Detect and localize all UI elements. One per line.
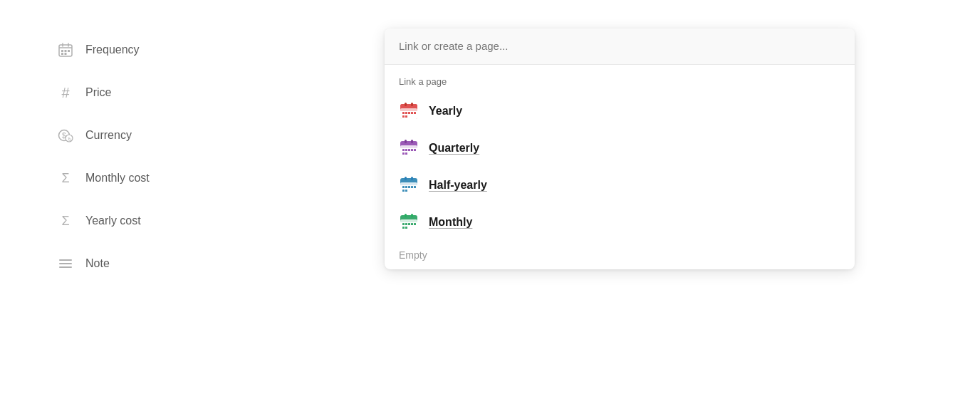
svg-rect-62: [405, 223, 407, 225]
price-label: Price: [85, 86, 111, 99]
svg-rect-34: [405, 149, 407, 151]
svg-rect-37: [414, 149, 416, 151]
svg-rect-41: [411, 140, 413, 143]
property-monthly-cost[interactable]: Σ Monthly cost: [57, 157, 363, 200]
svg-rect-18: [402, 112, 405, 114]
dropdown-item-yearly[interactable]: Yearly: [385, 93, 855, 130]
svg-rect-67: [405, 227, 407, 229]
svg-rect-47: [402, 186, 405, 188]
monthly-item-label: Monthly: [429, 216, 472, 229]
sigma-icon-monthly: Σ: [57, 170, 74, 187]
svg-rect-46: [400, 182, 417, 185]
property-list: Frequency # Price $ ↻ Currency Σ Monthly…: [0, 0, 363, 399]
monthly-cost-label: Monthly cost: [85, 172, 150, 185]
svg-rect-20: [408, 112, 410, 114]
note-label: Note: [85, 257, 110, 270]
quarterly-icon: [399, 138, 419, 158]
frequency-label: Frequency: [85, 43, 140, 56]
svg-rect-63: [408, 223, 410, 225]
calendar-icon: [57, 41, 74, 58]
lines-icon: [57, 255, 74, 272]
svg-rect-52: [402, 190, 405, 192]
svg-rect-55: [411, 177, 413, 180]
svg-rect-35: [408, 149, 410, 151]
hash-icon: #: [57, 84, 74, 101]
svg-rect-38: [402, 152, 405, 155]
property-note[interactable]: Note: [57, 242, 363, 285]
link-page-dropdown: Link a page Yearly: [385, 28, 855, 269]
svg-rect-66: [402, 227, 405, 229]
half-yearly-icon: [399, 175, 419, 195]
svg-rect-50: [411, 186, 413, 188]
svg-rect-49: [408, 186, 410, 188]
svg-rect-33: [402, 149, 405, 151]
search-area[interactable]: [385, 28, 855, 65]
svg-rect-69: [411, 214, 413, 217]
sigma-icon-yearly: Σ: [57, 212, 74, 229]
svg-rect-48: [405, 186, 407, 188]
svg-rect-24: [405, 115, 407, 118]
svg-rect-40: [405, 140, 407, 143]
svg-rect-51: [414, 186, 416, 188]
svg-rect-36: [411, 149, 413, 151]
svg-rect-4: [61, 50, 63, 52]
svg-rect-32: [400, 145, 417, 148]
svg-rect-21: [411, 112, 413, 114]
svg-rect-61: [402, 223, 405, 225]
svg-rect-17: [400, 108, 417, 111]
property-currency[interactable]: $ ↻ Currency: [57, 114, 363, 157]
yearly-cost-label: Yearly cost: [85, 214, 141, 227]
svg-rect-54: [405, 177, 407, 180]
svg-rect-19: [405, 112, 407, 114]
svg-rect-65: [414, 223, 416, 225]
property-price[interactable]: # Price: [57, 71, 363, 114]
svg-rect-8: [65, 53, 67, 55]
section-label: Link a page: [385, 65, 855, 93]
dropdown-item-half-yearly[interactable]: Half-yearly: [385, 167, 855, 204]
currency-label: Currency: [85, 129, 132, 142]
svg-rect-7: [61, 53, 63, 55]
svg-rect-23: [402, 115, 405, 118]
yearly-icon: [399, 101, 419, 121]
monthly-icon: [399, 212, 419, 232]
svg-text:↻: ↻: [68, 137, 72, 142]
search-input[interactable]: [399, 40, 840, 52]
svg-rect-53: [405, 190, 407, 192]
dropdown-item-quarterly[interactable]: Quarterly: [385, 130, 855, 167]
empty-label: Empty: [385, 241, 855, 269]
yearly-item-label: Yearly: [429, 105, 462, 118]
svg-rect-5: [65, 50, 67, 52]
currency-icon: $ ↻: [57, 127, 74, 144]
svg-rect-64: [411, 223, 413, 225]
svg-rect-25: [405, 103, 407, 106]
quarterly-item-label: Quarterly: [429, 142, 479, 155]
property-yearly-cost[interactable]: Σ Yearly cost: [57, 200, 363, 242]
svg-rect-60: [400, 219, 417, 222]
half-yearly-item-label: Half-yearly: [429, 179, 487, 192]
svg-rect-22: [414, 112, 416, 114]
svg-rect-68: [405, 214, 407, 217]
property-frequency[interactable]: Frequency: [57, 28, 363, 71]
svg-rect-6: [68, 50, 70, 52]
svg-rect-26: [411, 103, 413, 106]
svg-rect-39: [405, 152, 407, 155]
dropdown-item-monthly[interactable]: Monthly: [385, 204, 855, 241]
